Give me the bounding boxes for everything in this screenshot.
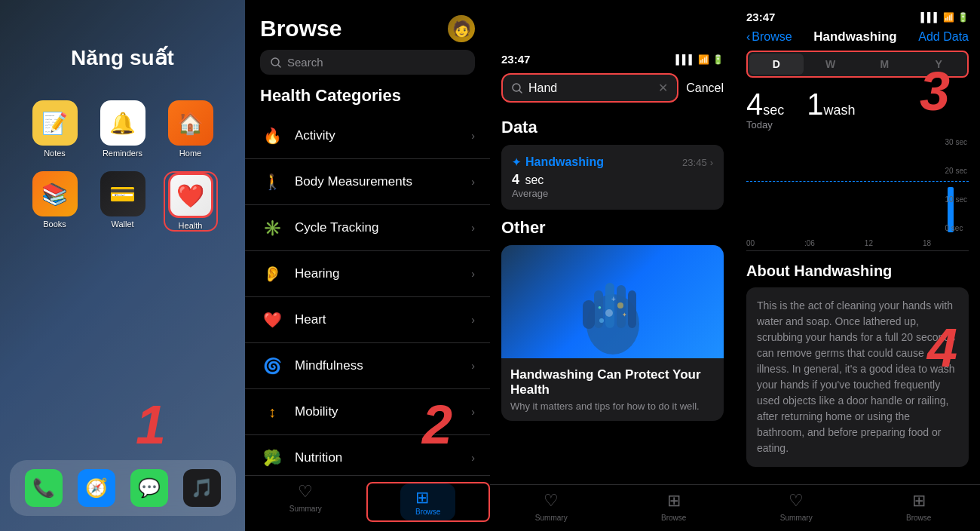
dock-music-icon[interactable]: 🎵 [183,469,221,507]
browse-tab-icon: ⊞ [415,488,429,507]
cancel-button[interactable]: Cancel [686,81,724,95]
result-header: ✦ Handwashing 23:45 › [512,155,713,169]
app-notes[interactable]: 📝 Notes [28,100,82,158]
hand-illustration: + ✦ ● [568,249,658,355]
other-title: Other [501,218,724,238]
stat-value-wash: 1wash [807,89,855,119]
body-measurements-icon: 🚶 [260,170,284,194]
dock-phone-icon[interactable]: 📞 [25,469,63,507]
category-body-measurements[interactable]: 🚶 Body Measurements › [245,159,490,205]
period-d[interactable]: D [749,54,804,75]
detail-nav: ‹ Browse Handwashing Add Data [735,23,980,51]
user-avatar[interactable]: 🧑 [448,15,475,42]
hand-card-image: + ✦ ● [501,245,724,358]
category-hearing[interactable]: 👂 Hearing › [245,251,490,297]
chevron-icon: › [471,360,475,372]
hand-card-subtitle: Why it matters and tips for how to do it… [510,401,715,412]
browse-search-bar[interactable]: Search [260,50,475,75]
category-activity[interactable]: 🔥 Activity › [245,113,490,159]
svg-rect-8 [628,290,636,328]
category-heart[interactable]: ❤️ Heart › [245,297,490,343]
heart-label: Heart [295,312,461,327]
search-browse-label: Browse [661,514,686,522]
nav-back-label: Browse [752,30,792,44]
detail-battery-icon: 🔋 [957,12,969,23]
activity-label: Activity [295,128,461,143]
result-chevron: › [710,157,713,168]
health-categories-title: Health Categories [245,86,490,113]
category-cycle-tracking[interactable]: ✳️ Cycle Tracking › [245,205,490,251]
mindfulness-icon: 🌀 [260,354,284,378]
y-label-20: 20 sec [945,167,967,175]
step-1-number: 1 [136,394,166,456]
tab-summary[interactable]: ♡ Summary [245,482,366,522]
wallet-label: Wallet [111,219,133,229]
wifi-icon: 📶 [698,54,709,65]
add-data-button[interactable]: Add Data [918,30,969,44]
home-app-icon: 🏠 [168,100,213,146]
browse-tab-highlight: ⊞ Browse [400,483,455,520]
period-m[interactable]: M [858,54,912,75]
svg-text:✦: ✦ [622,312,627,318]
tab-browse[interactable]: ⊞ Browse [366,482,491,522]
browse-tab-bar: ♡ Summary ⊞ Browse [245,475,490,531]
dock-messages-icon[interactable]: 💬 [130,469,168,507]
search-input[interactable]: Hand ✕ [501,73,678,103]
category-nutrition[interactable]: 🥦 Nutrition › [245,435,490,475]
svg-point-12 [599,318,604,323]
detail-tab-browse[interactable]: ⊞ Browse [858,491,981,522]
app-wallet[interactable]: 💳 Wallet [96,171,150,232]
category-mobility[interactable]: ↕️ Mobility › [245,389,490,435]
svg-rect-6 [605,283,614,328]
search-tab-browse[interactable]: ⊞ Browse [613,491,736,522]
app-books[interactable]: 📚 Books [28,171,82,232]
category-mindfulness[interactable]: 🌀 Mindfulness › [245,343,490,389]
browse-header: Browse 🧑 [245,0,490,50]
search-input-icon [512,83,522,94]
search-status-time: 23:47 [501,53,530,66]
search-summary-icon: ♡ [544,491,559,511]
hearing-label: Hearing [295,266,461,281]
y-label-10: 10 sec [945,195,967,204]
svg-point-11 [617,302,623,308]
app-health[interactable]: ❤️ Health [164,171,218,232]
detail-status-bar: 23:47 ▌▌▌ 📶 🔋 [735,0,980,23]
search-summary-label: Summary [535,514,568,522]
dock-safari-icon[interactable]: 🧭 [78,469,115,507]
books-label: Books [43,219,66,229]
chart-y-labels: 30 sec 20 sec 10 sec 0 sec [945,138,967,232]
search-tab-summary[interactable]: ♡ Summary [490,491,613,522]
hand-card[interactable]: + ✦ ● Handwashing Can Protect Your Healt… [501,245,724,421]
back-chevron-icon: ‹ [746,30,750,44]
detail-wifi-icon: 📶 [943,12,954,23]
app-home-app[interactable]: 🏠 Home [164,100,218,158]
search-clear-icon[interactable]: ✕ [658,81,668,95]
cycle-tracking-icon: ✳️ [260,216,284,240]
browse-tab-label: Browse [415,508,440,516]
home-title: Năng suất [71,45,174,70]
result-value: 4 [512,172,519,187]
search-browse-icon: ⊞ [667,491,681,511]
x-label-00: 00 [746,239,755,247]
period-w[interactable]: W [804,54,858,75]
result-value-row: 4 sec [512,172,713,188]
nav-back-button[interactable]: ‹ Browse [746,30,792,44]
search-result-handwashing[interactable]: ✦ Handwashing 23:45 › 4 sec Average [501,145,724,210]
detail-signal-icon: ▌▌▌ [920,12,940,23]
detail-summary-icon: ♡ [789,491,804,511]
svg-text:●: ● [598,304,602,311]
detail-tab-summary[interactable]: ♡ Summary [735,491,858,522]
detail-browse-label: Browse [906,514,931,522]
signal-icon: ▌▌▌ [675,54,695,65]
mobility-icon: ↕️ [260,400,284,424]
chevron-icon: › [471,452,475,464]
hand-card-content: Handwashing Can Protect Your Health Why … [501,358,724,421]
activity-icon: 🔥 [260,124,284,148]
svg-line-3 [519,91,522,93]
app-reminders[interactable]: 🔔 Reminders [96,100,150,158]
stat-value-sec: 4sec [746,89,784,119]
notes-label: Notes [44,149,66,158]
hand-card-title: Handwashing Can Protect Your Health [510,367,715,397]
svg-point-10 [605,309,613,317]
nutrition-icon: 🥦 [260,446,284,470]
